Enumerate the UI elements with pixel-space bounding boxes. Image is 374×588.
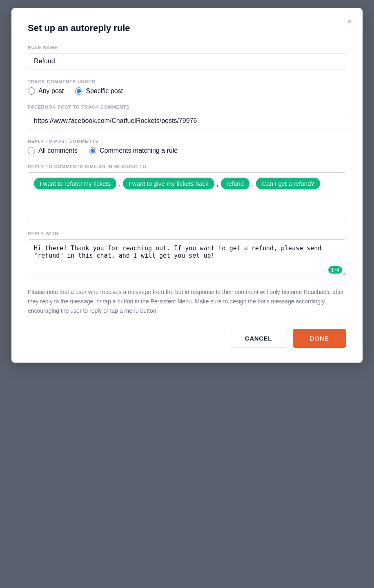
tags-container[interactable]: I want to refund my tickets , I want to …	[28, 172, 346, 221]
info-text: Please note that a user who receives a m…	[28, 287, 346, 316]
tag-4[interactable]: Can I get a refund?	[256, 178, 320, 189]
tags-row: I want to refund my tickets , I want to …	[34, 178, 320, 189]
matching-rule-label: Comments matching a rule	[100, 147, 178, 154]
separator-3: ,	[252, 180, 254, 187]
reply-with-label: REPLY WITH	[28, 231, 346, 236]
similar-comments-group: REPLY TO COMMENTS SIMILAR IN MEANING TO …	[28, 164, 346, 221]
all-comments-label: All comments	[38, 147, 78, 154]
separator-2: ,	[217, 180, 218, 187]
separator-1: ,	[119, 180, 120, 187]
button-row: CANCEL DONE	[28, 329, 346, 348]
any-post-radio[interactable]	[28, 87, 35, 95]
any-post-option[interactable]: Any post	[28, 87, 64, 95]
similar-comments-label: REPLY TO COMMENTS SIMILAR IN MEANING TO	[28, 164, 346, 169]
specific-post-option[interactable]: Specific post	[75, 87, 123, 95]
modal-title: Set up an autoreply rule	[28, 23, 346, 33]
track-comments-label: TRACK COMMENTS UNDER	[28, 79, 346, 84]
track-comments-options: Any post Specific post	[28, 87, 346, 95]
specific-post-radio[interactable]	[75, 87, 82, 95]
all-comments-radio[interactable]	[28, 147, 35, 154]
reply-with-group: REPLY WITH Hi there! Thank you for reach…	[28, 231, 346, 278]
cancel-button[interactable]: CANCEL	[230, 329, 287, 348]
reply-to-options: All comments Comments matching a rule	[28, 147, 346, 154]
rule-name-input[interactable]	[28, 53, 346, 69]
facebook-post-input[interactable]	[28, 113, 346, 129]
close-button[interactable]: ×	[345, 16, 354, 28]
track-comments-group: TRACK COMMENTS UNDER Any post Specific p…	[28, 79, 346, 95]
all-comments-option[interactable]: All comments	[28, 147, 78, 154]
facebook-post-label: FACEBOOK POST TO TRACK COMMENTS	[28, 105, 346, 109]
close-icon: ×	[347, 16, 352, 27]
reply-to-label: REPLY TO POST COMMENTS	[28, 139, 346, 144]
facebook-post-group: FACEBOOK POST TO TRACK COMMENTS	[28, 105, 346, 129]
rule-name-group: RULE NAME	[28, 45, 346, 69]
tag-1[interactable]: I want to refund my tickets	[34, 178, 116, 189]
reply-to-group: REPLY TO POST COMMENTS All comments Comm…	[28, 139, 346, 154]
rule-name-label: RULE NAME	[28, 45, 346, 50]
tag-3[interactable]: refund	[221, 178, 250, 189]
tag-2[interactable]: I want to give my tickets back	[123, 178, 214, 189]
specific-post-label: Specific post	[86, 87, 123, 95]
done-button[interactable]: DONE	[293, 329, 346, 348]
any-post-label: Any post	[38, 87, 64, 95]
char-count-badge: 174	[328, 266, 342, 274]
matching-rule-radio[interactable]	[89, 147, 96, 154]
reply-with-textarea[interactable]: Hi there! Thank you for reaching out. If…	[28, 239, 346, 276]
matching-rule-option[interactable]: Comments matching a rule	[89, 147, 178, 154]
textarea-wrapper: Hi there! Thank you for reaching out. If…	[28, 239, 346, 278]
autoreply-modal: × Set up an autoreply rule RULE NAME TRA…	[11, 8, 363, 363]
